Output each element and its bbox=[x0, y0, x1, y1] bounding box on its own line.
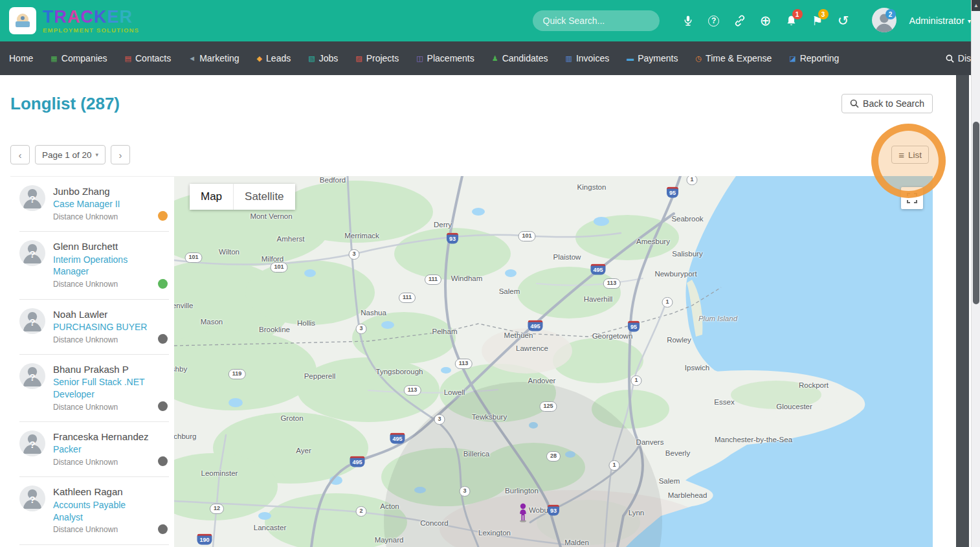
route-shield: 113 bbox=[603, 278, 621, 289]
page-title: Longlist (287) bbox=[10, 94, 120, 114]
user-avatar[interactable]: 2 bbox=[872, 8, 898, 34]
nav-item-projects[interactable]: ▨Projects bbox=[355, 53, 399, 63]
interstate-shield: 495 bbox=[590, 264, 605, 275]
nav-item-dis[interactable]: Dis bbox=[946, 53, 971, 63]
map-town-label: Derry bbox=[434, 221, 452, 229]
notifications-bell-icon[interactable]: 1 bbox=[779, 8, 805, 34]
map-town-label: Amherst bbox=[277, 235, 305, 243]
interstate-shield: 93 bbox=[447, 233, 458, 244]
nav-item-home[interactable]: Home bbox=[9, 53, 33, 63]
map-town-label: Salisbury bbox=[672, 250, 702, 258]
route-shield: 125 bbox=[539, 401, 557, 412]
map-town-label: Tyngsborough bbox=[376, 368, 423, 375]
candidate-role-link[interactable]: Senior Full Stack .NET Developer bbox=[53, 376, 157, 401]
map-town-label: Pepperell bbox=[304, 372, 336, 380]
route-shield: 111 bbox=[425, 274, 441, 285]
nav-item-reporting[interactable]: ◪Reporting bbox=[789, 53, 839, 63]
page-scrollbar[interactable]: ▲ bbox=[971, 0, 980, 547]
map-town-label: Bedford bbox=[320, 176, 346, 184]
candidate-distance: Distance Unknown bbox=[53, 279, 157, 289]
page-select[interactable]: Page 1 of 20 ▾ bbox=[35, 145, 106, 164]
candidate-role-link[interactable]: Case Manager II bbox=[53, 198, 157, 210]
nav-item-marketing[interactable]: ◄Marketing bbox=[188, 53, 239, 63]
map-canvas bbox=[174, 176, 933, 547]
candidate-distance: Distance Unknown bbox=[53, 402, 157, 412]
help-icon[interactable]: ? bbox=[701, 8, 727, 34]
candidate-role-link[interactable]: Packer bbox=[53, 443, 157, 456]
nav-item-label: Contacts bbox=[135, 53, 171, 63]
map-town-label: shby bbox=[174, 365, 187, 373]
diamond-icon: ◆ bbox=[257, 55, 262, 62]
link-icon[interactable] bbox=[727, 8, 753, 34]
contact-card-icon: ▤ bbox=[125, 55, 131, 62]
nav-item-jobs[interactable]: ▧Jobs bbox=[308, 53, 338, 63]
next-page-button[interactable]: › bbox=[111, 145, 130, 164]
placement-icon: ◫ bbox=[416, 55, 423, 62]
route-shield: 3 bbox=[459, 486, 470, 497]
main-nav: Home▦Companies▤Contacts◄Marketing◆Leads▧… bbox=[0, 41, 980, 75]
map-town-label: Concord bbox=[420, 519, 448, 527]
candidate-distance: Distance Unknown bbox=[53, 212, 157, 222]
nav-item-label: Reporting bbox=[800, 53, 840, 63]
route-shield: 101 bbox=[184, 252, 202, 263]
candidate-name: Franceska Hernandez bbox=[53, 430, 157, 443]
nav-item-candidates[interactable]: ♟Candidates bbox=[492, 53, 548, 63]
nav-item-payments[interactable]: ▬Payments bbox=[627, 53, 678, 63]
back-to-search-button[interactable]: Back to Search bbox=[841, 94, 933, 113]
tracker-logo[interactable] bbox=[9, 7, 36, 34]
satellite-view-button[interactable]: Satellite bbox=[233, 184, 295, 210]
route-shield: 2 bbox=[355, 506, 366, 517]
candidate-role-link[interactable]: Accounts Payable Analyst bbox=[53, 499, 157, 524]
clock-icon: ◷ bbox=[695, 55, 702, 62]
status-dot bbox=[158, 334, 168, 344]
list-item: ?Noah LawlerPURCHASING BUYERDistance Unk… bbox=[19, 300, 169, 355]
avatar: ? bbox=[19, 240, 45, 266]
bell-badge: 1 bbox=[792, 9, 803, 19]
map-town-label: Andover bbox=[528, 377, 556, 385]
list-view-button[interactable]: ≡ List bbox=[891, 146, 929, 164]
history-icon[interactable]: ↺ bbox=[830, 8, 856, 34]
nav-item-leads[interactable]: ◆Leads bbox=[257, 53, 291, 63]
interstate-shield: 95 bbox=[628, 321, 640, 332]
quick-search-input[interactable] bbox=[533, 10, 660, 31]
map-town-label: Manchester-by-the-Sea bbox=[715, 436, 792, 443]
candidate-map-marker[interactable] bbox=[517, 503, 529, 525]
search-icon bbox=[850, 99, 859, 108]
map-town-label: Acton bbox=[380, 502, 399, 510]
candidate-role-link[interactable]: Interim Operations Manager bbox=[53, 254, 157, 278]
candidate-name: Glenn Burchett bbox=[53, 240, 157, 253]
nav-item-placements[interactable]: ◫Placements bbox=[416, 53, 474, 63]
scroll-up-button[interactable]: ▲ bbox=[972, 0, 980, 11]
add-circle-icon[interactable]: ⊕ bbox=[753, 8, 779, 34]
status-dot bbox=[158, 211, 168, 221]
map-view-button[interactable]: Map bbox=[190, 184, 233, 210]
map-town-label: Ipswich bbox=[685, 364, 709, 372]
nav-item-time-expense[interactable]: ◷Time & Expense bbox=[695, 53, 772, 63]
user-menu[interactable]: Administrator ▾ bbox=[909, 16, 971, 26]
list-item: ?Franceska HernandezPackerDistance Unkno… bbox=[19, 422, 169, 477]
map-town-label: Lawrence bbox=[516, 344, 548, 352]
nav-item-invoices[interactable]: ▥Invoices bbox=[565, 53, 609, 63]
interstate-shield: 495 bbox=[528, 320, 542, 331]
candidate-distance: Distance Unknown bbox=[53, 524, 157, 535]
candidate-role-link[interactable]: PURCHASING BUYER bbox=[53, 321, 157, 333]
map-town-label: Rockport bbox=[799, 381, 829, 389]
status-dot bbox=[158, 401, 168, 411]
map-town-label: Malden bbox=[564, 539, 589, 546]
map-town-label: Gloucester bbox=[776, 403, 812, 410]
nav-item-label: Companies bbox=[61, 53, 107, 63]
nav-item-companies[interactable]: ▦Companies bbox=[50, 53, 107, 63]
microphone-icon[interactable] bbox=[675, 8, 701, 34]
status-dot bbox=[158, 279, 168, 289]
app-header: TRACKER EMPLOYMENT SOLUTIONS ? ⊕ 1 ⚑ 3 ↺ bbox=[0, 0, 980, 41]
map-town-label: itchburg bbox=[174, 432, 196, 440]
map[interactable]: BedfordKingstonMont VernonAmherstMerrima… bbox=[174, 176, 933, 547]
prev-page-button[interactable]: ‹ bbox=[10, 145, 30, 164]
fullscreen-button[interactable] bbox=[901, 187, 923, 209]
building-icon: ▦ bbox=[50, 55, 57, 62]
map-town-label: Salem bbox=[499, 287, 520, 295]
flag-icon[interactable]: ⚑ 3 bbox=[805, 8, 830, 34]
scrollbar-thumb[interactable] bbox=[973, 122, 979, 304]
megaphone-icon: ◄ bbox=[188, 55, 195, 62]
nav-item-contacts[interactable]: ▤Contacts bbox=[125, 53, 172, 63]
